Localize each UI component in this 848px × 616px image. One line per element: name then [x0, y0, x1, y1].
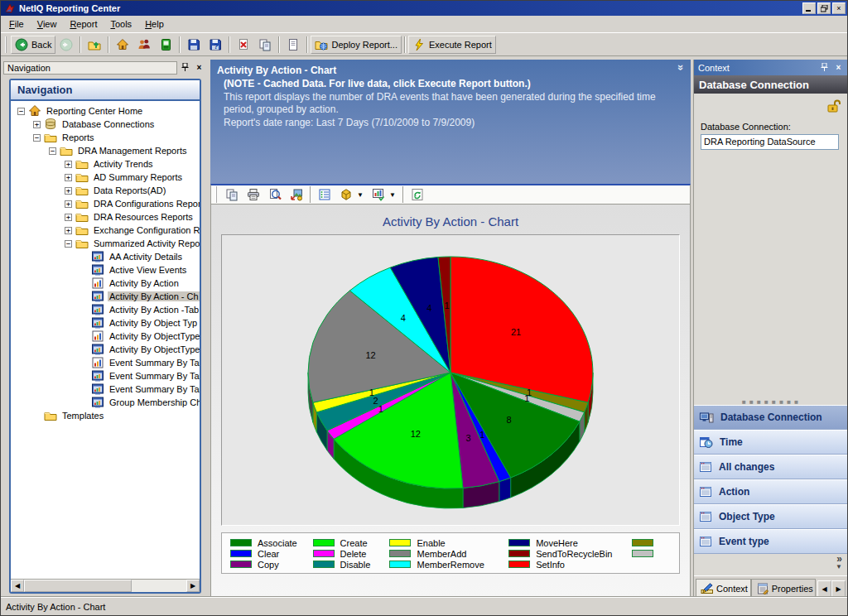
tree-item-label[interactable]: DRA Configurations Repor: [92, 199, 200, 209]
tree-row[interactable]: Event Summary By Tar: [11, 383, 200, 396]
tree-row[interactable]: Activity By ObjectType: [11, 343, 200, 356]
toolbar-grip[interactable]: [5, 36, 8, 53]
chart-export-button[interactable]: [286, 185, 307, 204]
tree-row[interactable]: +Data Reports(AD): [11, 184, 200, 197]
tree-row[interactable]: Activity By Action - Ch: [11, 290, 200, 303]
back-button[interactable]: Back: [11, 36, 55, 54]
chart-type-button[interactable]: ▼: [368, 185, 400, 204]
tree-row[interactable]: Activity By ObjectType: [11, 330, 200, 343]
tree-expander[interactable]: +: [65, 161, 72, 168]
minimize-button[interactable]: [802, 2, 816, 14]
scroll-right-icon[interactable]: ▶: [186, 580, 200, 592]
tree-row[interactable]: +Exchange Configuration Re: [11, 224, 200, 237]
tree-row[interactable]: Event Summary By Tar: [11, 369, 200, 383]
tab-context[interactable]: Context: [696, 579, 751, 597]
tree-item-label[interactable]: Event Summary By Tar: [108, 358, 200, 368]
tree-item-label[interactable]: DRA Management Reports: [76, 146, 188, 156]
tree-expander[interactable]: −: [33, 134, 41, 142]
tree-item-label[interactable]: Group Membership Cha: [108, 397, 200, 407]
tree-expander[interactable]: +: [65, 187, 72, 195]
tree-row[interactable]: −Summarized Activity Repor: [11, 237, 200, 250]
context-nav-time[interactable]: Time: [694, 430, 847, 455]
tree-item-label[interactable]: AD Summary Reports: [92, 172, 184, 182]
tree-item-label[interactable]: Event Summary By Tar: [108, 371, 200, 381]
collapse-chevron-icon[interactable]: »: [675, 65, 687, 70]
tree-item-label[interactable]: Activity By Object Typ: [108, 318, 199, 328]
deploy-report-button[interactable]: Deploy Report...: [311, 36, 401, 54]
tree-item-label[interactable]: Active View Events: [108, 265, 188, 275]
chart-toolbar-grip[interactable]: [215, 186, 219, 203]
tab-scroll-left-icon[interactable]: ◀: [817, 580, 831, 597]
tree-row[interactable]: Activity By Action -Tab: [11, 303, 200, 316]
tree-item-label[interactable]: Activity By ObjectType: [108, 331, 200, 341]
tree-expander[interactable]: −: [17, 108, 25, 115]
forward-button[interactable]: [55, 36, 77, 54]
tree-row[interactable]: −DRA Management Reports: [11, 144, 200, 157]
menu-file[interactable]: File: [2, 17, 31, 31]
tree-row[interactable]: −Reporting Center Home: [11, 104, 200, 118]
tree-row[interactable]: +AD Summary Reports: [11, 171, 200, 184]
save-button[interactable]: [183, 36, 205, 54]
chart-3d-button[interactable]: ▼: [335, 185, 368, 204]
tree-item-label[interactable]: AA Activity Details: [108, 252, 184, 262]
menu-view[interactable]: View: [31, 17, 64, 31]
tree-row[interactable]: AA Activity Details: [11, 250, 200, 263]
tree-item-label[interactable]: Data Reports(AD): [92, 185, 167, 195]
tree-row[interactable]: Activity By Object Typ: [11, 316, 200, 330]
execute-report-button[interactable]: Execute Report: [408, 36, 496, 54]
tree-item-label[interactable]: Database Connections: [60, 119, 156, 129]
navigation-hscrollbar[interactable]: ◀ ▶: [11, 579, 200, 592]
copy-button[interactable]: [254, 36, 276, 54]
context-nav-action[interactable]: Action: [694, 479, 847, 504]
chart-print-button[interactable]: [243, 185, 264, 204]
close-button[interactable]: ×: [832, 2, 846, 14]
tree-expander[interactable]: +: [65, 227, 72, 234]
context-nav-event-type[interactable]: Event type: [694, 529, 847, 554]
chart-preview-button[interactable]: [264, 185, 286, 204]
pin-icon[interactable]: [818, 62, 831, 74]
tree-item-label[interactable]: Activity By ObjectType: [108, 344, 200, 354]
notebook-button[interactable]: [155, 36, 176, 54]
context-nav-all-changes[interactable]: All changes: [694, 455, 847, 479]
restore-button[interactable]: [817, 2, 831, 14]
tree-row[interactable]: −Reports: [11, 131, 200, 144]
tree-item-label[interactable]: Reporting Center Home: [45, 106, 144, 116]
tree-row[interactable]: +Database Connections: [11, 118, 200, 131]
db-connection-field[interactable]: DRA Reporting DataSource: [701, 134, 839, 150]
tree-item-label[interactable]: Summarized Activity Repor: [92, 238, 200, 248]
tree-item-label[interactable]: Activity Trends: [92, 159, 155, 169]
tree-row[interactable]: +DRA Resources Reports: [11, 210, 200, 224]
overflow-caret-icon[interactable]: ▼: [836, 564, 842, 570]
tree-item-label[interactable]: Exchange Configuration Re: [92, 225, 200, 235]
chart-copy-button[interactable]: [221, 185, 243, 204]
close-icon[interactable]: ×: [832, 62, 845, 74]
tree-item-label[interactable]: Activity By Action - Ch: [108, 291, 200, 301]
tree-expander[interactable]: +: [65, 174, 72, 181]
tree-row[interactable]: Group Membership Cha: [11, 396, 200, 409]
tree-expander[interactable]: +: [33, 121, 41, 128]
tab-scroll-right-icon[interactable]: ▶: [831, 580, 846, 597]
menu-tools[interactable]: Tools: [104, 17, 138, 31]
tree-expander[interactable]: +: [65, 214, 72, 221]
splitter-grip[interactable]: ■ ■ ■ ■ ■ ■ ■ ■: [694, 399, 847, 405]
tree-expander[interactable]: +: [65, 200, 72, 208]
tree-row[interactable]: Event Summary By Tar: [11, 356, 200, 369]
chart-legend-toggle-button[interactable]: [314, 185, 335, 204]
folder-up-button[interactable]: [84, 36, 105, 54]
home-button[interactable]: [112, 36, 133, 54]
menu-help[interactable]: Help: [138, 17, 171, 31]
tree-row[interactable]: +DRA Configurations Repor: [11, 197, 200, 210]
tree-expander[interactable]: −: [49, 147, 56, 155]
save-help-button[interactable]: ?: [205, 36, 226, 54]
tab-properties[interactable]: Properties: [751, 579, 816, 597]
tree-row[interactable]: Active View Events: [11, 263, 200, 277]
document-button[interactable]: [282, 36, 304, 54]
tree-item-label[interactable]: Activity By Action: [108, 278, 181, 288]
tree-item-label[interactable]: Event Summary By Tar: [108, 384, 200, 394]
tree-row[interactable]: Templates: [11, 409, 200, 422]
tree-expander[interactable]: −: [65, 240, 72, 248]
chart-refresh-button[interactable]: [407, 185, 428, 204]
close-icon[interactable]: ×: [193, 62, 205, 74]
scroll-thumb[interactable]: [24, 580, 132, 592]
tree-item-label[interactable]: DRA Resources Reports: [92, 212, 195, 222]
